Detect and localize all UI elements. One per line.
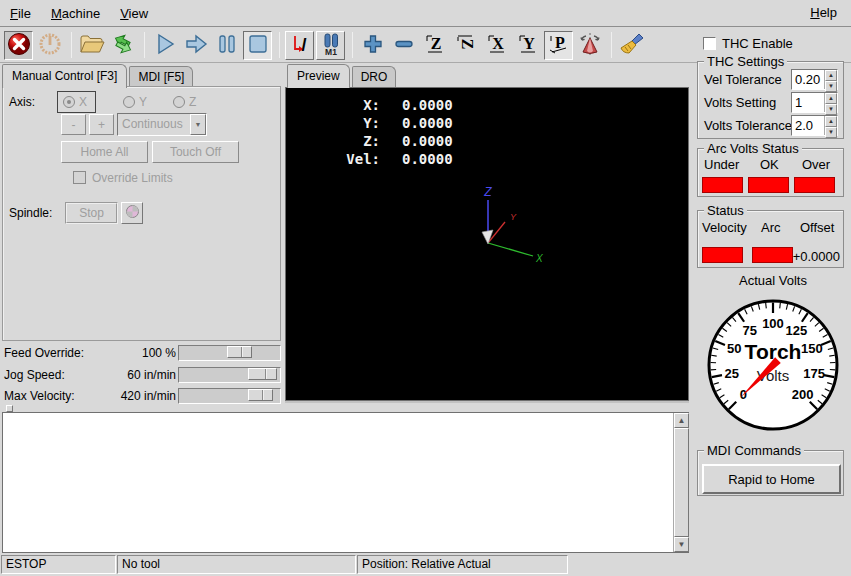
statusbar-tool: No tool	[117, 555, 356, 574]
tab-manual-control[interactable]: Manual Control [F3]	[2, 64, 127, 88]
feed-override-row: Feed Override: 100 %	[0, 344, 283, 362]
run-icon	[154, 33, 176, 58]
view-perspective-p-icon: P	[548, 33, 570, 58]
feed-override-slider[interactable]	[178, 345, 281, 361]
step-button[interactable]	[181, 31, 210, 60]
spin-arrows[interactable]: ▲▼	[824, 93, 837, 112]
clear-plot-button[interactable]	[617, 31, 646, 60]
triad-y-label: Y	[510, 212, 517, 222]
clear-plot-broom-icon	[619, 32, 645, 59]
max-velocity-slider[interactable]	[178, 388, 281, 404]
message-text-area[interactable]: ▲ ▼	[2, 412, 689, 553]
spin-up-icon[interactable]: ▲	[825, 93, 837, 104]
spin-arrows[interactable]: ▲▼	[824, 70, 837, 89]
max-velocity-handle[interactable]	[248, 389, 273, 401]
view-perspective-button[interactable]: P	[544, 31, 573, 60]
reload-button[interactable]	[108, 31, 137, 60]
vel-tolerance-spinbox[interactable]: 0.20 ▲▼	[791, 69, 838, 90]
spin-down-icon[interactable]: ▼	[825, 81, 837, 92]
tab-preview[interactable]: Preview	[287, 64, 350, 88]
axis-label: Axis:	[9, 95, 35, 109]
feed-override-handle[interactable]	[227, 346, 252, 358]
dro-line-y: Y:0.0000	[324, 114, 453, 132]
jog-plus-button[interactable]: +	[89, 114, 114, 135]
thc-enable-checkbox[interactable]: THC Enable	[703, 36, 793, 51]
torch-volts-gauge: 0255075100125150175200TorchVolts	[704, 296, 842, 434]
jog-mode-combobox[interactable]: Continuous ▼	[117, 113, 207, 136]
pause-button[interactable]	[212, 31, 241, 60]
jog-speed-row: Jog Speed: 60 in/min	[0, 366, 283, 384]
menu-help[interactable]: Help	[800, 0, 847, 25]
arc-indicator	[752, 247, 793, 263]
open-file-button[interactable]	[77, 31, 106, 60]
axis-triad: Z Y X	[441, 186, 556, 271]
statusbar-state: ESTOP	[1, 555, 116, 574]
view-top-z-icon: Z	[424, 33, 446, 58]
volts-setting-label: Volts Setting	[704, 95, 776, 110]
spin-down-icon[interactable]: ▼	[825, 104, 837, 115]
svg-text:125: 125	[785, 323, 807, 338]
zoom-out-button[interactable]	[389, 31, 418, 60]
preview-canvas[interactable]: X:0.0000 Y:0.0000 Z:0.0000 Vel:0.0000 Z …	[285, 87, 689, 401]
jog-mode-value: Continuous	[118, 114, 190, 135]
scrollbar-thumb[interactable]	[674, 428, 689, 537]
statusbar-position: Position: Relative Actual	[357, 555, 568, 574]
svg-text:Z: Z	[459, 38, 476, 49]
scroll-down-icon[interactable]: ▼	[674, 537, 689, 552]
under-label: Under	[704, 157, 739, 172]
rotate-view-button[interactable]	[575, 31, 604, 60]
rapid-to-home-button[interactable]: Rapid to Home	[702, 464, 841, 494]
vel-tolerance-label: Vel Tolerance	[704, 72, 782, 87]
view-top-button[interactable]: Z	[420, 31, 449, 60]
spindle-stop-button[interactable]: Stop	[65, 202, 118, 224]
triad-z-label: Z	[483, 186, 492, 199]
optional-stop-m1-icon: M1	[319, 32, 343, 59]
home-all-button[interactable]: Home All	[61, 141, 148, 163]
dro-readout: X:0.0000 Y:0.0000 Z:0.0000 Vel:0.0000	[324, 96, 453, 168]
zoom-out-icon	[393, 33, 415, 58]
svg-text:Z: Z	[430, 35, 441, 52]
spin-arrows[interactable]: ▲▼	[824, 116, 837, 135]
thc-panel: THC Enable THC Settings Vel Tolerance 0.…	[695, 30, 851, 576]
jog-speed-value: 60 in/min	[60, 368, 176, 382]
volts-setting-spinbox[interactable]: 1 ▲▼	[791, 92, 838, 113]
spindle-brake-button[interactable]	[121, 202, 143, 224]
view-side-button[interactable]: X	[482, 31, 511, 60]
spin-up-icon[interactable]: ▲	[825, 70, 837, 81]
scroll-up-icon[interactable]: ▲	[674, 413, 689, 428]
zoom-in-button[interactable]	[358, 31, 387, 60]
menu-machine[interactable]: Machine	[41, 1, 110, 26]
run-button[interactable]	[150, 31, 179, 60]
message-scrollbar[interactable]: ▲ ▼	[673, 413, 688, 552]
axis-thc-window: File Machine View Help	[0, 0, 851, 576]
spin-up-icon[interactable]: ▲	[825, 116, 837, 127]
view-rotated-top-button[interactable]: Z	[451, 31, 480, 60]
menu-file[interactable]: File	[0, 1, 41, 26]
arc-label: Arc	[761, 220, 781, 235]
volts-setting-value: 1	[792, 93, 824, 112]
menu-view[interactable]: View	[110, 1, 158, 26]
estop-button[interactable]	[4, 31, 33, 60]
axis-radio-y[interactable]: Y	[123, 95, 147, 109]
jog-minus-button[interactable]: -	[61, 114, 86, 135]
touch-off-button[interactable]: Touch Off	[152, 141, 239, 163]
jog-speed-slider[interactable]	[178, 367, 281, 383]
svg-text:175: 175	[803, 366, 825, 381]
tab-dro[interactable]: DRO	[352, 66, 397, 87]
volts-tolerance-spinbox[interactable]: 2.0 ▲▼	[791, 115, 838, 136]
skip-lines-button[interactable]: /	[285, 31, 314, 60]
machine-power-button[interactable]	[35, 31, 64, 60]
tab-mdi[interactable]: MDI [F5]	[129, 66, 193, 87]
dro-line-vel: Vel:0.0000	[324, 150, 453, 168]
mdi-commands-title: MDI Commands	[704, 443, 804, 458]
jog-speed-handle[interactable]	[248, 368, 277, 380]
axis-radio-z[interactable]: Z	[173, 95, 196, 109]
pane-sash-grip[interactable]	[6, 405, 13, 412]
axis-radio-x[interactable]: X	[57, 91, 96, 113]
override-limits-checkbox[interactable]: Override Limits	[73, 171, 173, 185]
view-front-button[interactable]: Y	[513, 31, 542, 60]
stop-button[interactable]	[243, 31, 272, 60]
svg-text:M1: M1	[325, 47, 337, 56]
optional-stop-button[interactable]: M1	[316, 31, 345, 60]
spin-down-icon[interactable]: ▼	[825, 127, 837, 138]
